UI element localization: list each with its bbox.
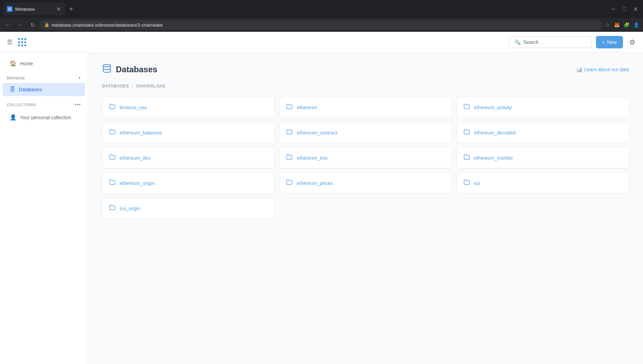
schema-card[interactable]: ethereum_decoded bbox=[456, 122, 629, 143]
schema-card[interactable]: sui_origin bbox=[102, 198, 275, 219]
new-tab-button[interactable]: + bbox=[66, 4, 76, 15]
logo-dot-3 bbox=[24, 38, 26, 40]
schema-card[interactable]: binance_cex bbox=[102, 97, 275, 118]
folder-icon bbox=[109, 129, 115, 137]
folder-icon bbox=[464, 154, 470, 162]
schema-name: ethereum_activity bbox=[474, 105, 512, 110]
folder-icon bbox=[464, 129, 470, 137]
logo-dot-6 bbox=[24, 41, 26, 43]
logo-dot-2 bbox=[21, 38, 23, 40]
schema-card[interactable]: ethereum_activity bbox=[456, 97, 629, 118]
ext-icon-1[interactable]: 🦊 bbox=[613, 21, 621, 29]
logo-dot-5 bbox=[21, 41, 23, 43]
schema-card[interactable]: ethereum bbox=[279, 97, 452, 118]
folder-icon bbox=[286, 154, 292, 162]
logo-dot-4 bbox=[18, 41, 20, 43]
browse-chevron[interactable]: ▾ bbox=[78, 76, 81, 80]
tab-close-btn[interactable]: ✕ bbox=[56, 6, 61, 12]
search-button[interactable]: 🔍 Search bbox=[509, 36, 592, 48]
schema-name: ethereum bbox=[297, 105, 317, 110]
databases-icon: 🗄 bbox=[10, 86, 15, 93]
search-label: Search bbox=[523, 39, 539, 45]
logo-dot-7 bbox=[18, 44, 20, 46]
sidebar-personal-collection-label: Your personal collection bbox=[20, 115, 71, 120]
folder-icon bbox=[286, 103, 292, 111]
active-tab[interactable]: M Metabase ✕ bbox=[3, 3, 65, 15]
schema-card[interactable]: ethereum_contract bbox=[279, 122, 452, 143]
new-plus-icon: + bbox=[602, 39, 605, 45]
logo-dots bbox=[18, 38, 26, 46]
schema-card[interactable]: ethereum_monitor bbox=[456, 147, 629, 168]
collections-section-header: COLLECTIONS ••• bbox=[0, 99, 88, 111]
schema-grid: binance_cex ethereum ethereum_activity e… bbox=[102, 97, 629, 219]
app-logo[interactable] bbox=[18, 38, 26, 46]
top-nav: ☰ 🔍 Search + New ⚙ bbox=[0, 32, 643, 53]
schema-card[interactable]: ethereum_balances bbox=[102, 122, 275, 143]
new-button[interactable]: + New bbox=[596, 36, 623, 48]
breadcrumb-chainslake[interactable]: CHAINSLAKE bbox=[136, 84, 166, 88]
search-icon: 🔍 bbox=[515, 39, 521, 45]
schema-card[interactable]: ethereum_origin bbox=[102, 172, 275, 194]
schema-card[interactable]: ethereum_ens bbox=[279, 147, 452, 168]
breadcrumb-databases[interactable]: DATABASES bbox=[102, 84, 129, 88]
browse-label: BROWSE bbox=[7, 76, 25, 80]
breadcrumb: DATABASES › CHAINSLAKE bbox=[102, 84, 629, 88]
schema-card[interactable]: ethereum_dex bbox=[102, 147, 275, 168]
browse-section-header: BROWSE ▾ bbox=[0, 73, 88, 83]
hamburger-button[interactable]: ☰ bbox=[6, 37, 14, 47]
folder-icon bbox=[109, 179, 115, 187]
browser-chrome: M Metabase ✕ + ─ □ ✕ bbox=[0, 0, 643, 18]
schema-name: binance_cex bbox=[120, 105, 147, 110]
sidebar-databases-label: Databases bbox=[19, 87, 42, 92]
schema-card[interactable]: ethereum_prices bbox=[279, 172, 452, 194]
sidebar: 🏠 Home BROWSE ▾ 🗄 Databases COLLECTIONS … bbox=[0, 53, 88, 364]
logo-dot-8 bbox=[21, 44, 23, 46]
svg-point-0 bbox=[103, 64, 111, 67]
close-btn[interactable]: ✕ bbox=[631, 4, 640, 14]
address-bar[interactable]: 🔒 metabase.chainslake.io/browse/database… bbox=[40, 20, 602, 30]
maximize-btn[interactable]: □ bbox=[619, 4, 629, 14]
forward-button[interactable]: → bbox=[15, 20, 25, 30]
tab-bar: M Metabase ✕ + bbox=[3, 3, 606, 15]
back-button[interactable]: ← bbox=[3, 20, 12, 30]
schema-name: ethereum_decoded bbox=[474, 130, 516, 136]
folder-icon bbox=[464, 179, 470, 187]
schema-name: ethereum_prices bbox=[297, 180, 333, 186]
folder-icon bbox=[286, 179, 292, 187]
page-title: Databases bbox=[116, 65, 157, 74]
collections-more-btn[interactable]: ••• bbox=[75, 102, 81, 108]
minimize-btn[interactable]: ─ bbox=[608, 4, 618, 14]
settings-button[interactable]: ⚙ bbox=[627, 36, 637, 48]
schema-card[interactable]: sui bbox=[456, 172, 629, 194]
sidebar-item-databases[interactable]: 🗄 Databases bbox=[3, 83, 85, 96]
folder-icon bbox=[464, 103, 470, 111]
tab-favicon: M bbox=[7, 6, 12, 12]
ext-icon-3[interactable]: 👤 bbox=[632, 21, 640, 29]
sidebar-item-personal-collection[interactable]: 👤 Your personal collection bbox=[3, 111, 85, 124]
page-title-row: Databases bbox=[102, 64, 157, 75]
learn-link[interactable]: 📊 Learn about our data bbox=[576, 67, 629, 72]
home-icon: 🏠 bbox=[10, 60, 17, 67]
sidebar-home-label: Home bbox=[20, 61, 33, 66]
schema-name: ethereum_contract bbox=[297, 130, 337, 136]
tab-title: Metabase bbox=[15, 7, 35, 12]
databases-title-icon bbox=[102, 64, 112, 75]
schema-name: ethereum_ens bbox=[297, 155, 328, 161]
folder-icon bbox=[109, 154, 115, 162]
schema-name: ethereum_balances bbox=[120, 130, 162, 136]
extension-icons: 🦊 🧩 👤 bbox=[613, 21, 640, 29]
address-bar-row: ← → ↻ 🔒 metabase.chainslake.io/browse/da… bbox=[0, 18, 643, 32]
bookmark-icon[interactable]: ☆ bbox=[605, 22, 610, 28]
ext-icon-2[interactable]: 🧩 bbox=[622, 21, 631, 29]
content-area: 🏠 Home BROWSE ▾ 🗄 Databases COLLECTIONS … bbox=[0, 53, 643, 364]
schema-name: ethereum_monitor bbox=[474, 155, 513, 161]
url-text: metabase.chainslake.io/browse/databases/… bbox=[52, 22, 163, 28]
logo-dot-1 bbox=[18, 38, 20, 40]
page-header: Databases 📊 Learn about our data bbox=[102, 64, 629, 75]
reload-button[interactable]: ↻ bbox=[28, 20, 37, 30]
sidebar-item-home[interactable]: 🏠 Home bbox=[3, 57, 85, 70]
new-label: New bbox=[607, 39, 617, 45]
main-content: Databases 📊 Learn about our data DATABAS… bbox=[88, 53, 643, 364]
secure-icon: 🔒 bbox=[44, 22, 49, 27]
learn-icon: 📊 bbox=[576, 67, 582, 72]
